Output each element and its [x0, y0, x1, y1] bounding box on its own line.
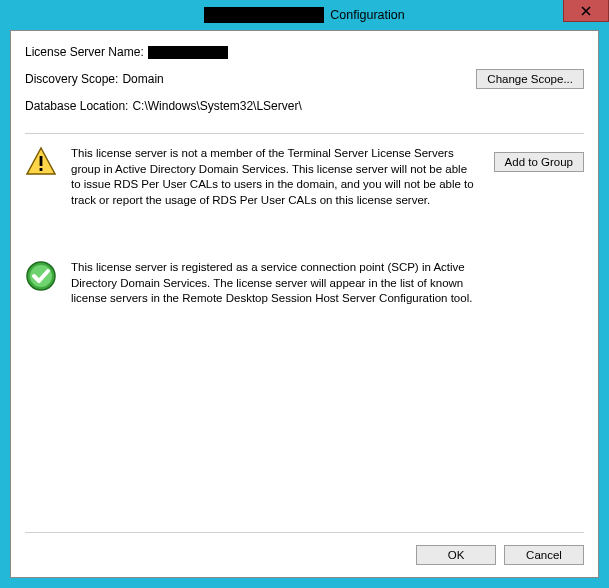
ok-button[interactable]: OK	[416, 545, 496, 565]
close-button[interactable]	[563, 0, 609, 22]
success-icon	[25, 260, 57, 292]
change-scope-button[interactable]: Change Scope...	[476, 69, 584, 89]
database-location-label: Database Location:	[25, 99, 128, 113]
titlebar: Configuration	[0, 0, 609, 30]
license-server-name-label: License Server Name:	[25, 45, 144, 59]
dialog-body: License Server Name: Discovery Scope: Do…	[10, 30, 599, 578]
warning-icon	[25, 146, 57, 178]
database-location-value: C:\Windows\System32\LServer\	[132, 99, 301, 113]
svg-rect-4	[40, 168, 43, 171]
close-icon	[581, 3, 591, 19]
discovery-scope-label: Discovery Scope:	[25, 72, 118, 86]
warning-text: This license server is not a member of t…	[71, 146, 480, 208]
dialog-window: Configuration License Server Name: Disco…	[0, 0, 609, 588]
redacted-title-prefix	[204, 7, 324, 23]
add-to-group-button[interactable]: Add to Group	[494, 152, 584, 172]
footer-divider	[25, 532, 584, 533]
dialog-footer: OK Cancel	[25, 537, 584, 565]
window-title: Configuration	[330, 8, 404, 22]
svg-rect-3	[40, 156, 43, 166]
divider	[25, 133, 584, 134]
success-text: This license server is registered as a s…	[71, 260, 480, 307]
cancel-button[interactable]: Cancel	[504, 545, 584, 565]
discovery-scope-value: Domain	[122, 72, 163, 86]
redacted-server-name	[148, 46, 228, 59]
